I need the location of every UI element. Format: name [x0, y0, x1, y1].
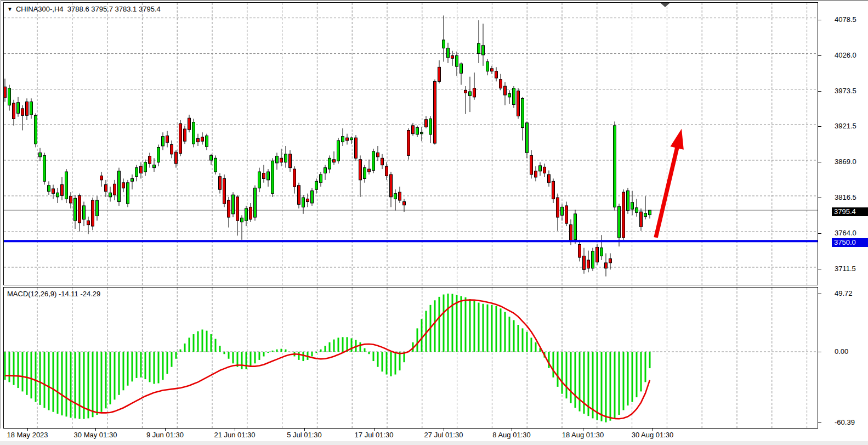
price-axis-label: 3869.0	[835, 157, 856, 166]
price-vertical-gridlines	[37, 3, 807, 285]
candlestick-series	[4, 15, 651, 276]
price-axis-label: 3973.5	[835, 87, 856, 95]
price-axis-label: 4026.0	[835, 51, 856, 59]
time-axis-label: 18 May 2023	[7, 431, 48, 439]
window-bottom-edge	[0, 441, 868, 445]
price-horizontal-gridlines	[4, 18, 818, 267]
price-axis-label: 3921.5	[835, 122, 856, 130]
price-axis-label: 3816.5	[835, 193, 856, 201]
bid-price-badge: 3795.4	[832, 207, 868, 216]
price-axis-tick	[818, 269, 821, 269]
time-axis-tick	[444, 429, 444, 431]
macd-axis-tick	[818, 352, 821, 352]
support-line[interactable]	[4, 240, 818, 242]
ohlc-readout: 3788.6 3795.7 3783.1 3795.4	[67, 5, 161, 13]
macd-axis[interactable]: 49.720.00-60.39	[818, 287, 868, 429]
time-axis-label: 8 Aug 01:30	[492, 431, 530, 439]
price-pane: ▼CHINA300-,H4 3788.6 3795.7 3783.1 3795.…	[3, 2, 818, 285]
time-axis-tick	[27, 429, 28, 431]
macd-axis-tick	[818, 423, 821, 423]
time-axis-tick	[374, 429, 375, 431]
symbol-period-label: CHINA300-,H4	[16, 5, 64, 13]
window-top-edge	[0, 0, 868, 1]
price-axis-tick	[818, 55, 821, 56]
price-axis-tick	[818, 233, 821, 234]
macd-indicator-label: MACD(12,26,9) -14.11 -24.29	[7, 290, 100, 298]
mt4-chart-window: ▼CHINA300-,H4 3788.6 3795.7 3783.1 3795.…	[0, 0, 868, 445]
price-axis-tick	[818, 126, 821, 127]
time-axis-tick	[95, 429, 96, 431]
price-axis-tick	[818, 198, 821, 198]
price-axis-label: 3711.5	[835, 264, 856, 273]
time-axis-tick	[583, 429, 583, 431]
macd-pane: MACD(12,26,9) -14.11 -24.29	[3, 287, 818, 429]
time-axis-tick	[304, 429, 305, 431]
symbol-dropdown-icon: ▼	[7, 6, 13, 12]
macd-axis-label: 0.00	[835, 347, 848, 356]
time-axis-label: 9 Jun 01:30	[146, 431, 184, 439]
chart-shift-marker-icon[interactable]	[660, 3, 670, 7]
macd-chart-canvas[interactable]	[4, 288, 818, 428]
price-axis-tick	[818, 91, 821, 92]
time-axis-tick	[165, 429, 166, 431]
time-axis-tick	[512, 429, 512, 431]
time-axis[interactable]: 18 May 202330 May 01:309 Jun 01:3021 Jun…	[0, 429, 868, 441]
window-left-edge	[0, 0, 1, 442]
time-axis-tick	[653, 429, 653, 431]
macd-axis-tick	[818, 294, 821, 294]
chart-title: ▼CHINA300-,H4 3788.6 3795.7 3783.1 3795.…	[7, 5, 161, 13]
macd-vertical-gridlines	[37, 288, 807, 428]
price-axis-tick	[818, 162, 821, 162]
time-axis-label: 30 Aug 01:30	[632, 431, 674, 439]
price-axis-label: 3764.0	[835, 229, 856, 237]
price-axis-tick	[818, 20, 821, 20]
time-axis-label: 5 Jul 01:30	[287, 431, 322, 439]
time-axis-label: 30 May 01:30	[74, 431, 117, 439]
price-chart-canvas[interactable]	[4, 3, 818, 285]
time-axis-label: 18 Aug 01:30	[562, 431, 604, 439]
macd-axis-label: -60.39	[835, 418, 855, 426]
time-axis-label: 17 Jul 01:30	[355, 431, 394, 439]
price-axis-label: 4078.5	[835, 15, 856, 24]
macd-axis-label: 49.72	[835, 289, 853, 297]
support-line-price-badge: 3750.0	[832, 238, 868, 247]
time-axis-label: 21 Jun 01:30	[214, 431, 255, 439]
price-axis[interactable]: 3795.4 3750.0 4078.54026.03973.53921.538…	[818, 2, 868, 285]
trend-arrow[interactable]	[656, 129, 684, 238]
time-axis-tick	[235, 429, 235, 431]
time-axis-label: 27 Jul 01:30	[424, 431, 463, 439]
